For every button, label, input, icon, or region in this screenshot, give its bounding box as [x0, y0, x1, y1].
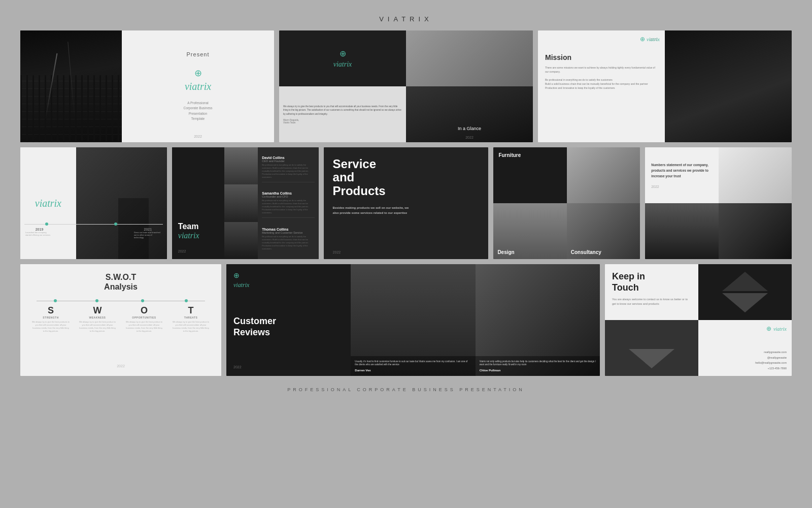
- slide-glance: ⊕ viatrix We always try to give the best…: [279, 30, 533, 142]
- glance-body-text: We always try to give the best products …: [283, 105, 402, 116]
- slide-glance-tl: ⊕ viatrix: [279, 30, 406, 86]
- team-photo-2: [224, 184, 258, 221]
- kit-logo-icon: ⊕: [766, 325, 771, 333]
- slide-glance-br: In a Glance 2022: [406, 86, 533, 142]
- kit-tl: Keep inTouch You are always welcome to c…: [605, 264, 698, 320]
- review-2-text: Viatrix not only selling products but al…: [480, 360, 596, 367]
- footer-tagline: PROFESSIONAL CORPORATE BUSINESS PRESENTA…: [287, 387, 525, 392]
- mission-logo-wrap: ⊕ viatrix: [640, 36, 660, 43]
- reviews-logo-icon: ⊕: [233, 271, 344, 280]
- team-person-3: Thomas Collins Marketing and Customer Se…: [262, 228, 314, 250]
- swot-o-text: We always try to give the best product t…: [125, 321, 163, 333]
- team-photo-1: [224, 147, 258, 184]
- slide-numbers-br: [719, 203, 792, 259]
- kit-email: hello@reallygreasite.com: [703, 360, 787, 365]
- timeline-desc-2: Grew our team and branched out to other …: [134, 231, 162, 239]
- swot-t: T THREATS We always try to give the best…: [167, 305, 214, 333]
- swot-t-text: We always try to give the best product t…: [172, 321, 210, 333]
- swot-t-label: THREATS: [167, 316, 214, 319]
- timeline-year-1: 2019: [25, 228, 53, 231]
- slide-service: Service and Products Besides making prod…: [324, 147, 489, 259]
- slide-team: Team viatrix 2022 David Collins: [172, 147, 319, 259]
- slide-glance-bl: We always try to give the best products …: [279, 86, 406, 142]
- slide-glance-tr: [406, 30, 533, 86]
- timeline-desc-1: Launched the company, started offering o…: [25, 231, 53, 236]
- swot-s-letter: S: [27, 305, 74, 316]
- slide-timeline-right: [76, 147, 167, 259]
- slide-mission: 2022 ⊕ viatrix Mission There are some mi…: [538, 30, 792, 142]
- person2-text: Be professional in everything we do to s…: [262, 199, 314, 214]
- slide-timeline: viatrix 2019 Launched the company, start…: [20, 147, 167, 259]
- kit-contact-text: You are always welcome to contact us to …: [612, 297, 691, 306]
- slide-mission-right: [665, 30, 792, 142]
- swot-o-letter: O: [121, 305, 167, 316]
- glance-signature: Warm Regards,Viatrix Team: [283, 119, 402, 124]
- slide-numbers: Numbers statement of our company, produc…: [645, 147, 792, 259]
- slide-furniture-tl: Furniture: [493, 147, 566, 203]
- numbers-text: Numbers statement of our company, produc…: [651, 162, 712, 179]
- slide-furniture: Furniture Design Consultancy: [493, 147, 640, 259]
- team-photo-3: [224, 222, 258, 259]
- person1-text: Be professional in everything we do to s…: [262, 164, 314, 179]
- slide-mission-left: 2022 ⊕ viatrix Mission There are some mi…: [538, 30, 665, 142]
- swot-s-text: We always try to give the best products …: [32, 321, 70, 333]
- logo-name-slide1: viatrix: [185, 81, 211, 92]
- slide-reviews-left: ⊕ viatrix CustomerReviews 2022: [226, 264, 351, 376]
- team-people-list: David Collins CEO and Founder Be profess…: [258, 147, 318, 259]
- mission-logo-name: viatrix: [647, 37, 660, 42]
- swot-s-label: STRENGTH: [27, 316, 74, 319]
- service-title: Service and Products: [333, 157, 480, 198]
- team-logo-name: viatrix: [178, 231, 218, 240]
- mission-title: Mission: [545, 53, 658, 61]
- swot-title: S.W.O.TAnalysis: [104, 272, 138, 292]
- glance-logo-name: viatrix: [333, 60, 352, 69]
- service-title-line2: and: [333, 170, 355, 184]
- mission-logo-icon: ⊕: [640, 36, 645, 43]
- reviews-logo-name: viatrix: [233, 281, 344, 289]
- slide1-year: 2022: [194, 135, 202, 138]
- glance-logo-icon: ⊕: [340, 49, 346, 58]
- kit-phone: +123-456-7890: [703, 366, 787, 371]
- design-label: Design: [497, 249, 514, 255]
- slide-present-image: [20, 30, 122, 142]
- person3-name: Thomas Collins: [262, 228, 314, 231]
- swot-w-text: We always try to give the best product t…: [79, 321, 117, 333]
- swot-o: O OPPORTUNITIES We always try to give th…: [121, 305, 167, 333]
- numbers-year: 2022: [651, 185, 712, 188]
- review-1-text: Usually, it's hard to find customize fur…: [355, 360, 471, 367]
- slide-reviews-mid: Usually, it's hard to find customize fur…: [351, 264, 475, 376]
- timeline-logo-name: viatrix: [35, 198, 61, 209]
- person2-name: Samantha Collins: [262, 192, 314, 195]
- slide-reviews-right: Viatrix not only selling products but al…: [476, 264, 600, 376]
- swot-year: 2022: [117, 364, 125, 368]
- service-title-line1: Service: [333, 157, 376, 171]
- brand-header: VIATRIX: [20, 14, 792, 23]
- slide-numbers-tr: [719, 147, 792, 203]
- kit-logo-wrap: ⊕ viatrix: [703, 325, 787, 333]
- slide-keepintouch: Keep inTouch You are always welcome to c…: [605, 264, 792, 376]
- team-year: 2022: [178, 249, 218, 253]
- service-year: 2022: [333, 250, 341, 254]
- consultancy-label: Consultancy: [571, 249, 601, 255]
- person1-name: David Collins: [262, 156, 314, 160]
- slide-present-content: Present ⊕ viatrix A ProfessionalCorporat…: [122, 30, 274, 142]
- logo-icon-slide1: ⊕: [194, 68, 202, 79]
- swot-w-label: WEAKNESS: [74, 316, 121, 319]
- glance-title: In a Glance: [406, 126, 533, 131]
- kit-bl: [605, 320, 698, 376]
- glance-year: 2022: [406, 136, 533, 139]
- kit-br: ⊕ viatrix reallygreasite.com @reallygrea…: [698, 320, 792, 376]
- service-title-line3: Products: [333, 184, 386, 198]
- team-photos: [224, 147, 258, 259]
- reviews-year: 2022: [233, 365, 344, 369]
- slide-timeline-left: viatrix 2019 Launched the company, start…: [20, 147, 76, 259]
- kit-logo-name: viatrix: [773, 326, 787, 332]
- person3-title: Marketing and Customer Service: [262, 231, 314, 234]
- timeline-year-2: 2021: [134, 228, 162, 231]
- kit-tr: [698, 264, 792, 320]
- team-person-2: Samantha Collins Co-founder and CFO Be p…: [262, 192, 314, 218]
- slide-furniture-tr: [567, 147, 640, 203]
- slide-numbers-tl: Numbers statement of our company, produc…: [645, 147, 718, 203]
- review-1-reviewer: Darren Vex: [355, 369, 471, 372]
- slide-numbers-bl: [645, 203, 718, 259]
